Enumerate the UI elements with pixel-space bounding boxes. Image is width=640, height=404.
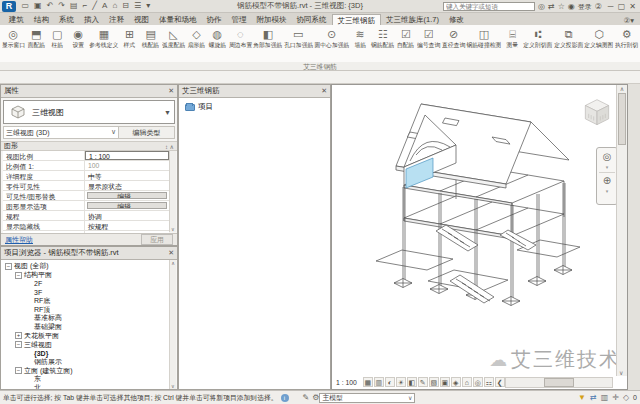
redo-icon[interactable]: ↷ <box>56 0 68 12</box>
ribbon-tool-螺旋筋[interactable]: ◍螺旋筋 <box>207 27 228 50</box>
tree-toggle-icon[interactable]: − <box>15 341 22 348</box>
ribbon-tool-墙筋[interactable]: ≋墙筋 <box>350 27 371 50</box>
tab-附加模块[interactable]: 附加模块 <box>252 14 292 25</box>
ribbon-tool-自配筋[interactable]: ☑自配筋 <box>395 27 416 50</box>
tree-item[interactable]: RF底 <box>3 297 169 306</box>
tab-协作[interactable]: 协作 <box>202 14 227 25</box>
edit-button[interactable]: 编辑... <box>87 202 167 209</box>
ribbon-tool-线配筋[interactable]: ▤线配筋 <box>140 27 161 50</box>
tree-item[interactable]: 2F <box>3 279 169 288</box>
minimize-button[interactable]: ─ <box>605 2 616 11</box>
collapse-icon[interactable]: ↕ ∧ <box>165 143 174 150</box>
help-icon[interactable]: ② <box>595 2 602 11</box>
tab-视图[interactable]: 视图 <box>129 14 154 25</box>
qat-customize-icon[interactable]: ▾ <box>144 0 153 12</box>
vertical-scrollbar[interactable]: ∧∨ <box>616 85 627 376</box>
lock-view-icon[interactable]: ◈ <box>451 377 461 387</box>
tree-toggle-icon[interactable]: − <box>15 272 22 279</box>
section-icon[interactable]: ⊟ <box>120 0 132 12</box>
edit-button[interactable]: 编辑... <box>87 192 167 199</box>
show-crop-icon[interactable]: ▣ <box>440 377 450 387</box>
tree-toggle-icon[interactable]: + <box>15 332 22 339</box>
ribbon-tool-直径查询[interactable]: ⊘直径查询 <box>441 27 466 50</box>
open-icon[interactable]: ▭ <box>19 0 32 12</box>
print-icon[interactable]: ▤ <box>68 0 81 12</box>
property-value[interactable]: 显示原状态 <box>85 181 169 190</box>
thin-lines-icon[interactable]: ☰ <box>131 0 143 12</box>
pencil-icon[interactable]: ✎ <box>303 393 310 402</box>
view-scale-button[interactable]: 1 : 100 <box>334 378 359 387</box>
search-go-icon[interactable]: ◎ <box>538 2 545 11</box>
ribbon-tool-面配筋[interactable]: ⬒面配筋 <box>26 27 47 50</box>
tab-注释[interactable]: 注释 <box>104 14 129 25</box>
help-search-input[interactable] <box>443 2 535 11</box>
edit-type-button[interactable]: 编辑类型 <box>118 127 174 138</box>
tree-item[interactable]: 基准标高 <box>3 314 169 323</box>
ribbon-tool-扇形筋[interactable]: ◇扇形筋 <box>186 27 207 50</box>
type-selector[interactable]: 三维视图 ▼ <box>3 100 175 124</box>
properties-help-link[interactable]: 属性帮助 <box>5 235 33 245</box>
tab-建筑[interactable]: 建筑 <box>4 14 29 25</box>
analytical-model-icon[interactable]: ⚏ <box>484 377 494 387</box>
ribbon-tool-定义投影面[interactable]: ⧉定义投影面 <box>553 27 583 50</box>
shadows-icon[interactable]: ◧ <box>407 377 417 387</box>
tab-艾三维钢筋[interactable]: 艾三维钢筋 <box>332 14 382 25</box>
user-icon[interactable]: ◉ <box>568 2 575 11</box>
ribbon-tool-周边布置[interactable]: ◌周边布置 <box>228 27 253 50</box>
save-icon[interactable]: ▣ <box>32 0 45 12</box>
crop-region-icon[interactable]: ▧ <box>429 377 439 387</box>
tab-结构[interactable]: 结构 <box>29 14 54 25</box>
plugin-project-node[interactable]: 项目 <box>179 98 330 112</box>
measure-icon[interactable]: ⌐ <box>80 0 90 12</box>
tab-协同系统[interactable]: 协同系统 <box>292 14 332 25</box>
link-select-icon[interactable]: ⇄ <box>590 393 597 402</box>
crop-view-icon[interactable]: ▦ <box>363 377 373 387</box>
pin-select-icon[interactable]: ✛ <box>612 393 619 402</box>
project-browser-close-icon[interactable]: ✕ <box>168 249 174 257</box>
tree-item[interactable]: −三维视图 <box>3 340 169 349</box>
sign-in-label[interactable]: 登录 <box>578 2 592 12</box>
ribbon-tool-执行剖切[interactable]: ⚙执行剖切 <box>614 27 639 50</box>
graphics-section-header[interactable]: 图形 ↕ ∧ <box>1 141 177 151</box>
tab-修改[interactable]: 修改 <box>444 14 469 25</box>
property-value[interactable]: 1 : 100 <box>85 151 169 160</box>
ribbon-tool-弧度配筋[interactable]: ◺弧度配筋 <box>161 27 186 50</box>
chevron-down-icon[interactable]: ▾ <box>606 188 609 194</box>
rebar-plugin-header[interactable]: 艾三维钢筋 ✕ <box>179 85 330 98</box>
tree-item[interactable]: {3D} <box>3 349 169 358</box>
drawing-area[interactable]: ◎ ▾ ⊕ ▾ ☁ 艾三维技术 1 : 100 ▦▥◐☀◧✎▧▣◈⌂◎⚏❮ ∧∨ <box>331 84 628 390</box>
tab-系统[interactable]: 系统 <box>54 14 79 25</box>
properties-header[interactable]: 属性 ✕ <box>1 85 177 98</box>
viewcube[interactable] <box>577 93 617 133</box>
project-browser-header[interactable]: 项目浏览器 - 钢筋模型不带钢筋.rvt ✕ <box>1 247 177 260</box>
ribbon-tool-设置[interactable]: ◉设置 <box>68 27 89 50</box>
tab-管理[interactable]: 管理 <box>227 14 252 25</box>
sketchy-lines-icon[interactable]: ✎ <box>418 377 428 387</box>
reveal-hidden-icon[interactable]: ◎ <box>473 377 483 387</box>
close-button[interactable]: ✕ <box>627 2 638 11</box>
tree-item[interactable]: 北 <box>3 384 169 389</box>
temporary-hide-icon[interactable]: ⌂ <box>462 377 472 387</box>
ribbon-tool-显示窗口[interactable]: ◎显示窗口 <box>1 27 26 50</box>
filter-icon[interactable]: ▼ <box>578 393 586 402</box>
favorites-icon[interactable]: ☆ <box>558 2 565 11</box>
undo-icon[interactable]: ↶ <box>44 0 56 12</box>
chevron-down-icon[interactable]: ▾ <box>606 164 609 170</box>
tree-item[interactable]: −立面 (建筑立面) <box>3 366 169 375</box>
project-browser-scrollbar[interactable]: ∧∨ <box>169 260 176 389</box>
tab-插入[interactable]: 插入 <box>79 14 104 25</box>
text-icon[interactable]: A <box>100 0 110 12</box>
visual-style-icon[interactable]: ◐ <box>385 377 395 387</box>
revit-logo[interactable]: R <box>2 1 16 12</box>
tab-体量和场地[interactable]: 体量和场地 <box>154 14 202 25</box>
sun-path-icon[interactable]: ☀ <box>396 377 406 387</box>
underlay-select-icon[interactable]: ▥ <box>601 393 609 402</box>
ribbon-tool-编号查询[interactable]: ☑编号查询 <box>416 27 441 50</box>
maximize-button[interactable]: ▢ <box>616 2 627 11</box>
building-model-svg[interactable] <box>332 85 617 375</box>
ribbon-tool-样式[interactable]: ⊞样式 <box>119 27 140 50</box>
ribbon-tool-钢筋碰撞检测[interactable]: ◫钢筋碰撞检测 <box>466 27 502 50</box>
ribbon-tool-圆中心加强筋[interactable]: ⊙圆中心加强筋 <box>314 27 350 50</box>
tab-艾三维族库(1.7)[interactable]: 艾三维族库(1.7) <box>381 14 444 25</box>
steering-wheel-icon[interactable]: ◎ <box>603 151 612 162</box>
